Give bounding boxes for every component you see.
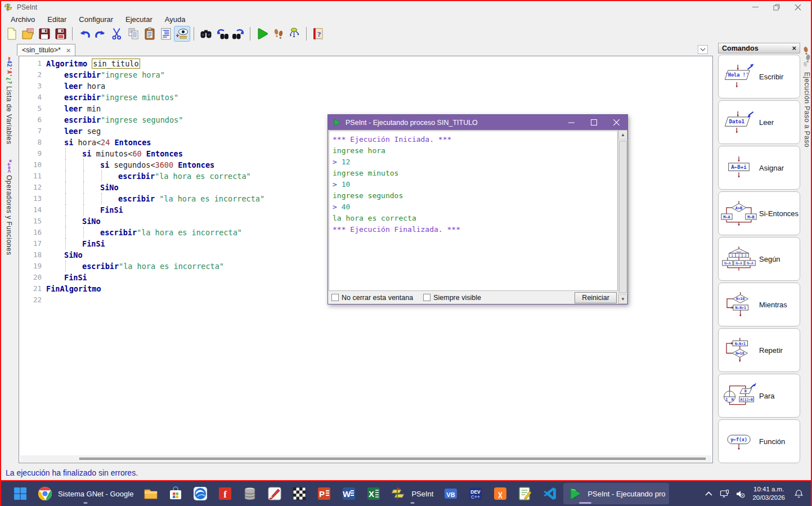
checkbox-siempre-visible[interactable]: Siempre visible [423,294,481,302]
cut-icon[interactable] [109,26,125,42]
h-scroll-thumb[interactable] [79,458,706,460]
draw-flowchart-icon[interactable] [286,26,303,42]
line-number: 15 [19,216,42,227]
taskbar-powerpoint-icon[interactable]: P [313,483,335,504]
taskbar-active-window[interactable]: PSeInt - Ejecutando pro [563,483,669,504]
checkbox-box[interactable] [423,294,430,301]
taskbar-blue-swirl-app-icon[interactable] [189,483,212,504]
restart-button[interactable]: Reiniciar [575,292,617,303]
syntax-help-icon[interactable] [174,26,190,42]
taskbar-excel-icon[interactable]: X [362,483,385,504]
step-run-icon[interactable] [270,26,286,42]
checkbox-box[interactable] [331,294,339,301]
execution-dialog[interactable]: PSeInt - Ejecutando proceso SIN_TITULO *… [328,114,628,305]
menu-configurar[interactable]: Configurar [73,14,119,25]
drawing-app-icon [267,486,282,501]
help-icon[interactable]: ? [310,26,326,42]
commands-close-icon[interactable]: × [792,44,796,52]
console-vertical-scrollbar[interactable]: ▲ ▼ [618,130,627,304]
svg-text:N: N [732,397,734,402]
close-button[interactable] [787,1,809,13]
menu-editar[interactable]: Editar [41,14,73,25]
tab-close-icon[interactable]: × [66,46,71,55]
scroll-up-icon[interactable]: ▲ [618,130,627,140]
menu-ejecutar[interactable]: Ejecutar [119,14,159,25]
command-funcin[interactable]: y←f(x)Función [718,419,800,463]
command-sientonces[interactable]: A>BM←AM←BSi-Entonces [718,191,800,235]
find-prev-icon[interactable] [214,26,230,42]
taskbar-file-explorer-icon[interactable] [140,483,162,504]
scroll-down-icon[interactable]: ▼ [618,294,627,304]
checkbox-no-cerrar[interactable]: No cerrar esta ventana [331,294,413,302]
menu-ayuda[interactable]: Ayuda [159,14,192,25]
tray-chevron-icon[interactable] [701,483,716,504]
command-escribir[interactable]: 'Hola !'Escribir [718,55,800,98]
keyword-token: Entonces [110,138,151,147]
taskbar-devcpp-icon[interactable]: DEVC++ [464,483,487,504]
svg-text:N←N+1: N←N+1 [735,342,746,346]
line-number: 1 [19,58,42,69]
execution-console[interactable]: *** Ejecución Iniciada. ***ingrese hora>… [329,131,618,291]
editor-horizontal-scrollbar[interactable] [20,455,711,462]
run-icon[interactable] [254,26,270,42]
redo-icon[interactable] [92,26,109,42]
checkbox-label: Siempre visible [433,294,481,302]
svg-text:B: B [744,389,747,393]
dialog-minimize-button[interactable] [560,115,582,130]
undo-icon[interactable] [76,26,92,42]
taskbar-f-app-icon[interactable]: f [214,483,236,504]
dialog-titlebar[interactable]: PSeInt - Ejecutando proceso SIN_TITULO [328,115,627,130]
taskbar-notepadpp-icon[interactable] [514,483,536,504]
bell-icon[interactable] [791,483,806,504]
taskbar-drawing-app-icon[interactable] [263,483,286,504]
tab-list-dropdown[interactable] [698,45,708,54]
find-icon[interactable] [198,26,214,42]
minimize-button[interactable] [744,1,766,13]
step-execution-rail[interactable]: Ejecución Paso a Paso [801,46,812,463]
save-icon[interactable] [36,26,52,42]
command-repetir[interactable]: N←N+1N=10Repetir [718,328,800,372]
svg-text:Ꭓ: Ꭓ [499,490,503,499]
dialog-close-button[interactable] [605,115,627,130]
dialog-maximize-button[interactable] [582,115,605,130]
taskbar-vb-icon[interactable]: VB [439,483,462,504]
taskbar-ms-store-icon[interactable] [164,483,187,504]
taskbar-checkered-app-icon[interactable] [288,483,311,504]
command-asignar[interactable]: A←B+iAsignar [718,146,800,190]
left-rail-tab-variables[interactable]: =42'A'¿?Lista de Variables [5,57,13,145]
powerpoint-icon: P [317,486,331,501]
paste-icon[interactable] [141,26,158,42]
volume-muted-icon[interactable] [732,483,748,504]
new-file-icon[interactable] [3,26,20,42]
taskbar-search[interactable]: Sistema GNet - Google [34,483,137,504]
taskbar-xampp-icon[interactable]: Ꭓ [489,483,512,504]
save-all-icon[interactable] [52,26,69,42]
taskbar-word-icon[interactable]: W [338,483,360,504]
command-leer[interactable]: Dato1Leer [718,100,800,144]
copy-icon[interactable] [125,26,141,42]
find-next-icon[interactable] [230,26,246,42]
open-file-icon[interactable] [20,26,36,42]
tab-sin-titulo[interactable]: <sin_titulo>* × [17,44,75,56]
format-icon[interactable] [158,26,174,42]
taskbar-database-app-icon[interactable] [239,483,261,504]
scroll-track[interactable] [618,140,627,294]
taskbar-vscode-icon[interactable] [539,483,561,504]
display-icon[interactable] [716,483,732,504]
left-rail-tab-operadores[interactable]: *+=<Operadores y Funciones [5,159,13,256]
clock-date: 20/03/2026 [752,494,785,502]
checkbox-label: No cerrar esta ventana [342,294,413,302]
taskbar-pseint-icon[interactable]: PSeInt [387,483,437,504]
command-mientras[interactable]: N<10N←N+1Mientras [718,283,800,326]
taskbar-clock[interactable]: 10:41 a.m.20/03/2026 [752,485,785,502]
maximize-button[interactable] [766,1,787,13]
vb-icon: VB [443,486,458,501]
command-para[interactable]: 1NBA[i]←BPara [718,374,800,418]
pseint-icon [391,486,406,501]
svg-text:W: W [343,489,351,499]
start-button[interactable] [9,483,32,504]
line-number: 18 [19,249,42,261]
command-segn[interactable]: suc123N←AN←AN←ASegún [718,237,800,281]
menu-archivo[interactable]: Archivo [5,14,41,25]
scroll-thumb[interactable] [619,141,627,293]
